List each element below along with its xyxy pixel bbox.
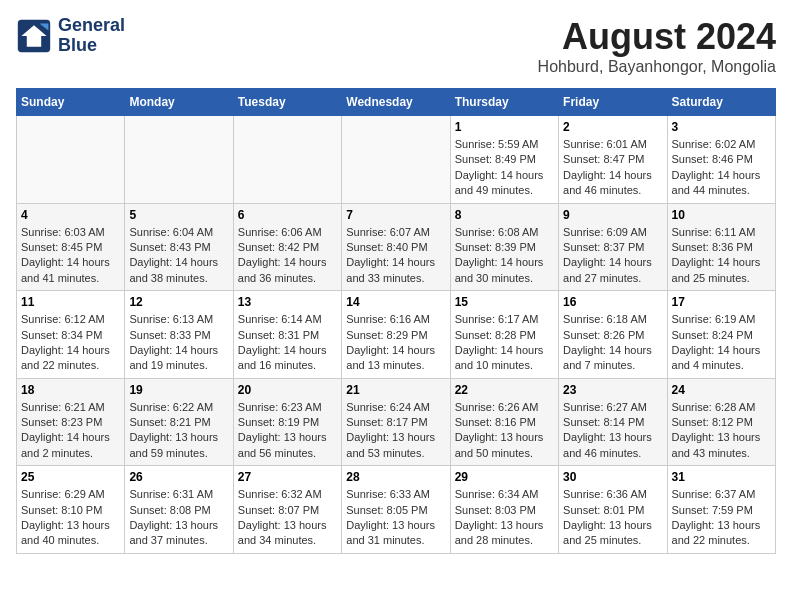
day-info: Sunrise: 6:32 AM Sunset: 8:07 PM Dayligh… <box>238 487 337 549</box>
calendar-cell: 8Sunrise: 6:08 AM Sunset: 8:39 PM Daylig… <box>450 203 558 291</box>
calendar-week-1: 1Sunrise: 5:59 AM Sunset: 8:49 PM Daylig… <box>17 116 776 204</box>
day-info: Sunrise: 6:19 AM Sunset: 8:24 PM Dayligh… <box>672 312 771 374</box>
calendar-cell: 17Sunrise: 6:19 AM Sunset: 8:24 PM Dayli… <box>667 291 775 379</box>
day-number: 31 <box>672 470 771 484</box>
day-number: 14 <box>346 295 445 309</box>
day-number: 3 <box>672 120 771 134</box>
day-info: Sunrise: 6:28 AM Sunset: 8:12 PM Dayligh… <box>672 400 771 462</box>
day-info: Sunrise: 6:14 AM Sunset: 8:31 PM Dayligh… <box>238 312 337 374</box>
calendar-week-5: 25Sunrise: 6:29 AM Sunset: 8:10 PM Dayli… <box>17 466 776 554</box>
calendar-cell: 20Sunrise: 6:23 AM Sunset: 8:19 PM Dayli… <box>233 378 341 466</box>
day-info: Sunrise: 6:12 AM Sunset: 8:34 PM Dayligh… <box>21 312 120 374</box>
calendar-cell: 26Sunrise: 6:31 AM Sunset: 8:08 PM Dayli… <box>125 466 233 554</box>
day-number: 26 <box>129 470 228 484</box>
day-info: Sunrise: 6:02 AM Sunset: 8:46 PM Dayligh… <box>672 137 771 199</box>
calendar-cell: 6Sunrise: 6:06 AM Sunset: 8:42 PM Daylig… <box>233 203 341 291</box>
weekday-header-friday: Friday <box>559 89 667 116</box>
day-info: Sunrise: 6:09 AM Sunset: 8:37 PM Dayligh… <box>563 225 662 287</box>
day-number: 16 <box>563 295 662 309</box>
logo-text: General Blue <box>58 16 125 56</box>
day-info: Sunrise: 6:24 AM Sunset: 8:17 PM Dayligh… <box>346 400 445 462</box>
calendar-cell: 1Sunrise: 5:59 AM Sunset: 8:49 PM Daylig… <box>450 116 558 204</box>
calendar-cell: 24Sunrise: 6:28 AM Sunset: 8:12 PM Dayli… <box>667 378 775 466</box>
day-number: 12 <box>129 295 228 309</box>
day-number: 27 <box>238 470 337 484</box>
calendar-cell: 31Sunrise: 6:37 AM Sunset: 7:59 PM Dayli… <box>667 466 775 554</box>
day-info: Sunrise: 6:11 AM Sunset: 8:36 PM Dayligh… <box>672 225 771 287</box>
day-number: 18 <box>21 383 120 397</box>
day-number: 22 <box>455 383 554 397</box>
location: Hohburd, Bayanhongor, Mongolia <box>538 58 776 76</box>
day-info: Sunrise: 6:04 AM Sunset: 8:43 PM Dayligh… <box>129 225 228 287</box>
day-number: 15 <box>455 295 554 309</box>
weekday-header-thursday: Thursday <box>450 89 558 116</box>
calendar-cell <box>342 116 450 204</box>
calendar-cell: 22Sunrise: 6:26 AM Sunset: 8:16 PM Dayli… <box>450 378 558 466</box>
day-number: 4 <box>21 208 120 222</box>
calendar-cell: 13Sunrise: 6:14 AM Sunset: 8:31 PM Dayli… <box>233 291 341 379</box>
calendar-cell: 27Sunrise: 6:32 AM Sunset: 8:07 PM Dayli… <box>233 466 341 554</box>
calendar-cell: 5Sunrise: 6:04 AM Sunset: 8:43 PM Daylig… <box>125 203 233 291</box>
day-info: Sunrise: 6:27 AM Sunset: 8:14 PM Dayligh… <box>563 400 662 462</box>
day-info: Sunrise: 6:36 AM Sunset: 8:01 PM Dayligh… <box>563 487 662 549</box>
day-number: 8 <box>455 208 554 222</box>
day-number: 20 <box>238 383 337 397</box>
calendar-cell: 29Sunrise: 6:34 AM Sunset: 8:03 PM Dayli… <box>450 466 558 554</box>
day-number: 23 <box>563 383 662 397</box>
day-info: Sunrise: 6:34 AM Sunset: 8:03 PM Dayligh… <box>455 487 554 549</box>
calendar-cell: 16Sunrise: 6:18 AM Sunset: 8:26 PM Dayli… <box>559 291 667 379</box>
day-info: Sunrise: 6:33 AM Sunset: 8:05 PM Dayligh… <box>346 487 445 549</box>
day-number: 5 <box>129 208 228 222</box>
weekday-header-wednesday: Wednesday <box>342 89 450 116</box>
day-info: Sunrise: 6:17 AM Sunset: 8:28 PM Dayligh… <box>455 312 554 374</box>
calendar-cell: 10Sunrise: 6:11 AM Sunset: 8:36 PM Dayli… <box>667 203 775 291</box>
calendar-cell: 4Sunrise: 6:03 AM Sunset: 8:45 PM Daylig… <box>17 203 125 291</box>
calendar-cell: 9Sunrise: 6:09 AM Sunset: 8:37 PM Daylig… <box>559 203 667 291</box>
calendar-table: SundayMondayTuesdayWednesdayThursdayFrid… <box>16 88 776 554</box>
calendar-cell: 28Sunrise: 6:33 AM Sunset: 8:05 PM Dayli… <box>342 466 450 554</box>
day-number: 19 <box>129 383 228 397</box>
title-area: August 2024 Hohburd, Bayanhongor, Mongol… <box>538 16 776 76</box>
day-info: Sunrise: 6:22 AM Sunset: 8:21 PM Dayligh… <box>129 400 228 462</box>
weekday-header-saturday: Saturday <box>667 89 775 116</box>
day-info: Sunrise: 6:29 AM Sunset: 8:10 PM Dayligh… <box>21 487 120 549</box>
weekday-header-sunday: Sunday <box>17 89 125 116</box>
day-info: Sunrise: 6:18 AM Sunset: 8:26 PM Dayligh… <box>563 312 662 374</box>
calendar-cell: 2Sunrise: 6:01 AM Sunset: 8:47 PM Daylig… <box>559 116 667 204</box>
calendar-cell: 23Sunrise: 6:27 AM Sunset: 8:14 PM Dayli… <box>559 378 667 466</box>
calendar-week-2: 4Sunrise: 6:03 AM Sunset: 8:45 PM Daylig… <box>17 203 776 291</box>
day-info: Sunrise: 6:23 AM Sunset: 8:19 PM Dayligh… <box>238 400 337 462</box>
calendar-cell: 12Sunrise: 6:13 AM Sunset: 8:33 PM Dayli… <box>125 291 233 379</box>
calendar-cell: 3Sunrise: 6:02 AM Sunset: 8:46 PM Daylig… <box>667 116 775 204</box>
day-number: 10 <box>672 208 771 222</box>
day-number: 25 <box>21 470 120 484</box>
day-number: 1 <box>455 120 554 134</box>
weekday-header-monday: Monday <box>125 89 233 116</box>
day-info: Sunrise: 6:06 AM Sunset: 8:42 PM Dayligh… <box>238 225 337 287</box>
header: General Blue August 2024 Hohburd, Bayanh… <box>16 16 776 76</box>
logo: General Blue <box>16 16 125 56</box>
calendar-cell: 30Sunrise: 6:36 AM Sunset: 8:01 PM Dayli… <box>559 466 667 554</box>
day-number: 28 <box>346 470 445 484</box>
day-number: 13 <box>238 295 337 309</box>
day-info: Sunrise: 6:01 AM Sunset: 8:47 PM Dayligh… <box>563 137 662 199</box>
day-number: 24 <box>672 383 771 397</box>
day-info: Sunrise: 6:13 AM Sunset: 8:33 PM Dayligh… <box>129 312 228 374</box>
day-number: 17 <box>672 295 771 309</box>
calendar-week-4: 18Sunrise: 6:21 AM Sunset: 8:23 PM Dayli… <box>17 378 776 466</box>
day-number: 6 <box>238 208 337 222</box>
day-info: Sunrise: 6:21 AM Sunset: 8:23 PM Dayligh… <box>21 400 120 462</box>
calendar-cell: 25Sunrise: 6:29 AM Sunset: 8:10 PM Dayli… <box>17 466 125 554</box>
calendar-cell <box>17 116 125 204</box>
day-info: Sunrise: 6:07 AM Sunset: 8:40 PM Dayligh… <box>346 225 445 287</box>
calendar-cell <box>233 116 341 204</box>
calendar-cell: 19Sunrise: 6:22 AM Sunset: 8:21 PM Dayli… <box>125 378 233 466</box>
day-info: Sunrise: 6:26 AM Sunset: 8:16 PM Dayligh… <box>455 400 554 462</box>
day-number: 30 <box>563 470 662 484</box>
calendar-cell <box>125 116 233 204</box>
calendar-cell: 7Sunrise: 6:07 AM Sunset: 8:40 PM Daylig… <box>342 203 450 291</box>
weekday-header-tuesday: Tuesday <box>233 89 341 116</box>
day-info: Sunrise: 6:16 AM Sunset: 8:29 PM Dayligh… <box>346 312 445 374</box>
month-year: August 2024 <box>538 16 776 58</box>
calendar-cell: 18Sunrise: 6:21 AM Sunset: 8:23 PM Dayli… <box>17 378 125 466</box>
